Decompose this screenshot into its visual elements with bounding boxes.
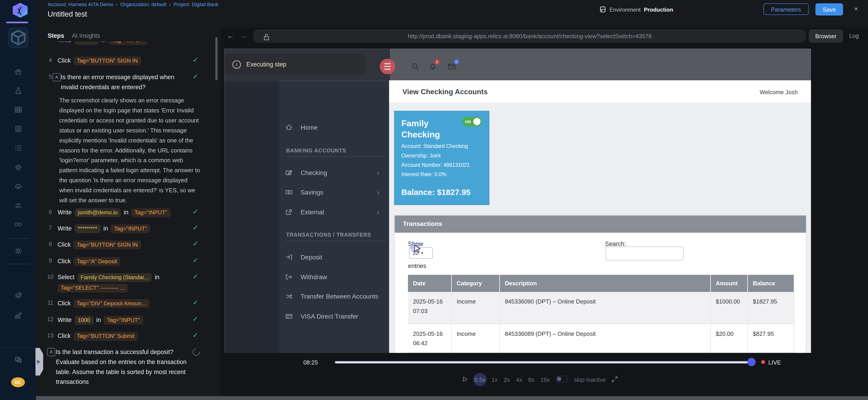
fullscreen-icon[interactable] — [612, 376, 618, 382]
nav-rail-item-chain-icon[interactable] — [0, 218, 36, 231]
save-button[interactable]: Save — [815, 3, 843, 16]
table-header-row: DateCategoryDescriptionAmountBalance — [408, 275, 795, 292]
breadcrumb-link[interactable]: Account: Harness AITA Demo — [48, 2, 113, 7]
toast-text: Executing step — [246, 61, 286, 67]
nav-rail-item-board-icon[interactable] — [0, 122, 36, 136]
speed-button-8x[interactable]: 8x — [528, 376, 534, 382]
transactions-panel: Transactions Show 10▼ entries Search: Da… — [394, 215, 807, 353]
speed-button-1x[interactable]: 1x — [492, 376, 498, 382]
nav-rail-item-cube-icon[interactable] — [8, 28, 28, 48]
browser-forward-icon[interactable]: → — [240, 32, 248, 40]
url-bar[interactable]: http://prod.dbank.staging-apps.relicx.ai… — [253, 29, 806, 42]
parameters-button[interactable]: Parameters — [763, 3, 809, 15]
nav-rail-item-settings-icon[interactable] — [0, 245, 36, 258]
column-header[interactable]: Description — [500, 275, 711, 292]
browser-back-icon[interactable]: ← — [227, 32, 234, 40]
nav-rail-item-list-icon[interactable] — [0, 141, 36, 154]
account-balance: Balance: $1827.95 — [401, 188, 470, 197]
bank-content: View Checking Accounts Welcome Josh Fami… — [389, 80, 811, 353]
nav-rail-item-grid-icon[interactable] — [0, 103, 36, 116]
speed-button-16x[interactable]: 16x — [540, 376, 550, 382]
search-input[interactable] — [606, 247, 684, 260]
speed-button-4x[interactable]: 4x — [516, 376, 522, 382]
breadcrumb-link[interactable]: Organization: default — [120, 2, 166, 7]
steps-list[interactable]: 3Write ******** in Tag="INPUT"✓4Click Ta… — [36, 41, 220, 400]
skip-inactive-toggle[interactable] — [556, 376, 568, 383]
sidebar-toggle-button[interactable] — [380, 59, 395, 74]
nav-rail-item-sitemap-icon[interactable] — [0, 309, 36, 322]
speed-button-0.5x[interactable]: 0.5x — [474, 376, 485, 382]
table-row[interactable]: 2025-05-1606:42Income845336089 (DPT) – O… — [408, 324, 795, 353]
search-icon[interactable] — [411, 63, 419, 70]
tab-steps[interactable]: Steps — [48, 32, 64, 39]
playback-track[interactable] — [335, 361, 750, 364]
user-avatar[interactable]: DC — [11, 377, 25, 387]
account-detail-line: Ownership: Joint — [401, 152, 440, 159]
table-row[interactable]: 2025-05-1607:03Income845336090 (DPT) – O… — [408, 292, 795, 324]
tab-browser[interactable]: Browser — [809, 29, 843, 42]
live-browser-viewport[interactable]: Digital Bank 0 0 ? i Executing step Home… — [224, 49, 811, 353]
ai-check-note: The screenshot clearly shows an error me… — [59, 95, 202, 205]
environment-icon — [599, 6, 606, 13]
account-toggle[interactable]: ON — [462, 117, 482, 126]
column-header[interactable]: Date — [408, 275, 452, 292]
nav-rail-item-pipes-icon[interactable] — [0, 199, 36, 212]
transactions-title: Transactions — [403, 221, 442, 227]
steps-scrollbar[interactable] — [215, 37, 218, 80]
nav-rail-item-incognito-icon[interactable] — [0, 179, 36, 193]
harness-nav-rail: DC — [0, 0, 36, 400]
environment-indicator: Environment Production — [599, 6, 673, 13]
play-icon[interactable] — [462, 376, 468, 382]
content-title-band: View Checking Accounts Welcome Josh — [389, 80, 811, 103]
card-icon — [285, 312, 293, 320]
environment-label: Environment — [610, 6, 641, 12]
nav-rail-item-flask-icon[interactable] — [0, 84, 36, 97]
executing-step-toast: i Executing step — [225, 54, 365, 75]
nav-progress-bar — [6, 22, 28, 23]
info-icon: i — [232, 60, 241, 68]
pencil-icon — [285, 169, 293, 176]
bank-page-title: View Checking Accounts — [402, 88, 488, 96]
breadcrumb[interactable]: Account: Harness AITA Demo›Organization:… — [48, 2, 218, 7]
shuffle-icon — [285, 293, 293, 301]
chevron-right-icon: › — [377, 208, 379, 216]
account-card[interactable]: Family Checking ON Account: Standard Che… — [394, 111, 490, 205]
transactions-table: DateCategoryDescriptionAmountBalance2025… — [408, 275, 795, 353]
steps-tabs: Steps AI insights — [48, 32, 100, 39]
check-icon: ✓ — [192, 315, 198, 323]
steps-panel-collapse-handle[interactable] — [35, 348, 43, 376]
playback-time: 08:25 — [303, 359, 318, 366]
check-icon: ✓ — [192, 41, 198, 43]
bell-badge: 0 — [434, 59, 440, 65]
help-chat-icon[interactable] — [0, 353, 36, 367]
browser-panel: ← → http://prod.dbank.staging-apps.relic… — [220, 28, 868, 400]
nav-rail-item-gear-icon[interactable] — [0, 161, 36, 174]
playback-thumb[interactable] — [747, 358, 756, 366]
breadcrumb-separator: › — [169, 2, 171, 7]
check-icon: ✓ — [192, 273, 198, 280]
account-detail-line: Account: Standard Checking — [401, 143, 468, 149]
breadcrumb-separator: › — [116, 2, 118, 7]
nav-rail-item-home-icon[interactable] — [0, 65, 36, 79]
close-icon[interactable]: × — [854, 5, 858, 13]
bank-header-bar: 0 0 ? — [390, 49, 811, 80]
tab-log[interactable]: Log — [849, 32, 859, 39]
entries-label: entries — [408, 263, 426, 269]
speed-button-2x[interactable]: 2x — [504, 376, 510, 382]
page-title: Untitled test — [48, 10, 87, 19]
column-header[interactable]: Balance — [748, 275, 795, 292]
nav-rail-item-layers-icon[interactable] — [0, 289, 36, 303]
chevron-right-icon: › — [377, 169, 379, 176]
harness-logo-icon[interactable] — [13, 3, 28, 18]
skip-inactive-label: skip inactive — [574, 376, 606, 382]
welcome-text: Welcome Josh — [760, 89, 798, 95]
column-header[interactable]: Amount — [711, 275, 748, 292]
breadcrumb-link[interactable]: Project: Digital Bank — [174, 2, 218, 7]
column-header[interactable]: Category — [452, 275, 500, 292]
check-icon: ✓ — [192, 240, 198, 248]
check-icon: ✓ — [192, 256, 198, 264]
tab-ai-insights[interactable]: AI insights — [72, 32, 100, 39]
horizontal-scrollbar[interactable] — [36, 396, 868, 400]
home2-icon — [285, 123, 293, 131]
account-detail-line: Account Number: 486131021 — [401, 162, 470, 168]
